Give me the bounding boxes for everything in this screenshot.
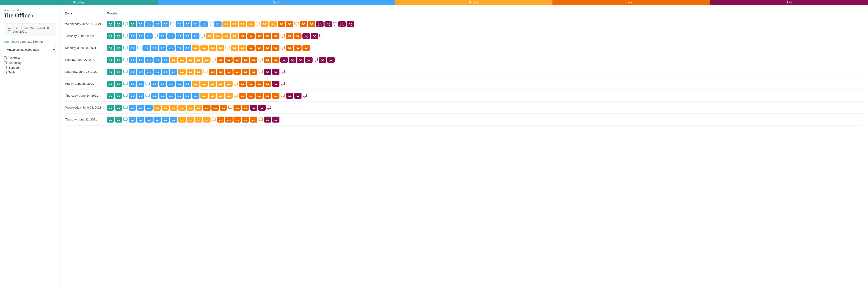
mood-chip[interactable] <box>225 81 232 87</box>
mood-chip[interactable] <box>187 69 194 75</box>
mood-chip[interactable] <box>192 33 199 39</box>
comment-bubble[interactable] <box>123 106 128 110</box>
mood-chip[interactable] <box>242 105 249 111</box>
mood-chip[interactable] <box>272 33 279 39</box>
mood-chip[interactable] <box>217 93 224 99</box>
mood-chip[interactable] <box>239 81 246 87</box>
mood-chip[interactable] <box>115 33 122 39</box>
mood-chip[interactable] <box>143 45 150 51</box>
mood-chip[interactable] <box>176 93 183 99</box>
mood-chip[interactable] <box>176 33 183 39</box>
mood-chip[interactable] <box>187 116 194 122</box>
comment-bubble[interactable] <box>280 34 285 38</box>
comment-bubble[interactable] <box>225 46 230 50</box>
mood-chip[interactable] <box>286 93 293 99</box>
comment-bubble[interactable] <box>123 117 128 121</box>
comment-bubble[interactable] <box>280 94 285 98</box>
mood-chip[interactable] <box>209 69 216 75</box>
tag-checkbox[interactable] <box>4 61 7 64</box>
mood-chip[interactable] <box>115 81 122 87</box>
mood-chip[interactable] <box>178 116 186 122</box>
comment-bubble[interactable] <box>145 82 150 86</box>
mood-chip[interactable] <box>255 81 263 87</box>
mood-chip[interactable] <box>137 21 144 27</box>
mood-chip[interactable] <box>316 21 323 27</box>
comment-bubble[interactable] <box>280 46 285 50</box>
comment-bubble[interactable] <box>280 82 285 86</box>
mood-chip[interactable] <box>129 45 136 51</box>
mood-chip[interactable] <box>206 33 213 39</box>
mood-chip[interactable] <box>239 93 246 99</box>
mood-chip[interactable] <box>162 116 169 122</box>
mood-chip[interactable] <box>137 57 144 63</box>
comment-bubble[interactable] <box>319 34 323 38</box>
mood-chip[interactable] <box>129 116 136 122</box>
mood-chip[interactable] <box>319 57 326 63</box>
mood-chip[interactable] <box>209 45 216 51</box>
mood-chip[interactable] <box>203 105 211 111</box>
mood-chip[interactable] <box>170 105 178 111</box>
mood-chip[interactable] <box>137 81 144 87</box>
mood-chip[interactable] <box>159 93 166 99</box>
mood-chip[interactable] <box>106 69 114 75</box>
mood-chip[interactable] <box>195 105 202 111</box>
mood-chip[interactable] <box>264 69 271 75</box>
comment-bubble[interactable] <box>228 106 232 110</box>
comment-bubble[interactable] <box>211 58 216 62</box>
mood-chip[interactable] <box>338 21 346 27</box>
mood-chip[interactable] <box>154 57 161 63</box>
mood-chip[interactable] <box>176 21 183 27</box>
mood-chip[interactable] <box>145 57 153 63</box>
mood-chip[interactable] <box>272 116 279 122</box>
mood-chip[interactable] <box>137 116 144 122</box>
mood-chip[interactable] <box>247 21 255 27</box>
mood-chip[interactable] <box>159 45 166 51</box>
mood-chip[interactable] <box>234 105 241 111</box>
mood-chip[interactable] <box>200 81 208 87</box>
mood-chip[interactable] <box>294 33 302 39</box>
mood-chip[interactable] <box>250 69 257 75</box>
mood-chip[interactable] <box>115 69 122 75</box>
mood-chip[interactable] <box>264 116 271 122</box>
mood-chip[interactable] <box>272 45 279 51</box>
mood-chip[interactable] <box>178 69 186 75</box>
mood-chip[interactable] <box>176 81 183 87</box>
comment-bubble[interactable] <box>303 94 307 98</box>
mood-chip[interactable] <box>247 33 255 39</box>
mood-chip[interactable] <box>170 116 178 122</box>
mood-chip[interactable] <box>115 116 122 122</box>
mood-chip[interactable] <box>234 116 241 122</box>
comment-bubble[interactable] <box>211 117 216 121</box>
comment-bubble[interactable] <box>170 22 175 26</box>
mood-chip[interactable] <box>250 116 257 122</box>
comment-bubble[interactable] <box>258 70 263 74</box>
mood-chip[interactable] <box>167 33 175 39</box>
mood-chip[interactable] <box>324 21 332 27</box>
comment-bubble[interactable] <box>123 94 128 98</box>
tag-match-select[interactable]: Match any selected tags <box>4 46 56 53</box>
tag-checkbox[interactable] <box>4 66 7 69</box>
mood-chip[interactable] <box>272 69 279 75</box>
comment-bubble[interactable] <box>154 34 158 38</box>
mood-chip[interactable] <box>129 21 136 27</box>
mood-chip[interactable] <box>154 69 161 75</box>
mood-chip[interactable] <box>192 93 199 99</box>
mood-chip[interactable] <box>269 21 277 27</box>
mood-chip[interactable] <box>286 21 293 27</box>
mood-chip[interactable] <box>170 57 178 63</box>
comment-bubble[interactable] <box>333 22 337 26</box>
mood-chip[interactable] <box>231 21 238 27</box>
mood-chip[interactable] <box>303 45 310 51</box>
mood-chip[interactable] <box>346 21 354 27</box>
comment-bubble[interactable] <box>200 34 205 38</box>
mood-chip[interactable] <box>286 33 293 39</box>
mood-chip[interactable] <box>209 81 216 87</box>
learn-more-link[interactable]: Learn more <box>4 40 19 43</box>
mood-chip[interactable] <box>294 45 302 51</box>
mood-chip[interactable] <box>286 45 293 51</box>
comment-bubble[interactable] <box>137 46 142 50</box>
mood-chip[interactable] <box>178 57 186 63</box>
comment-bubble[interactable] <box>123 82 128 86</box>
comment-bubble[interactable] <box>255 22 260 26</box>
mood-chip[interactable] <box>145 116 153 122</box>
